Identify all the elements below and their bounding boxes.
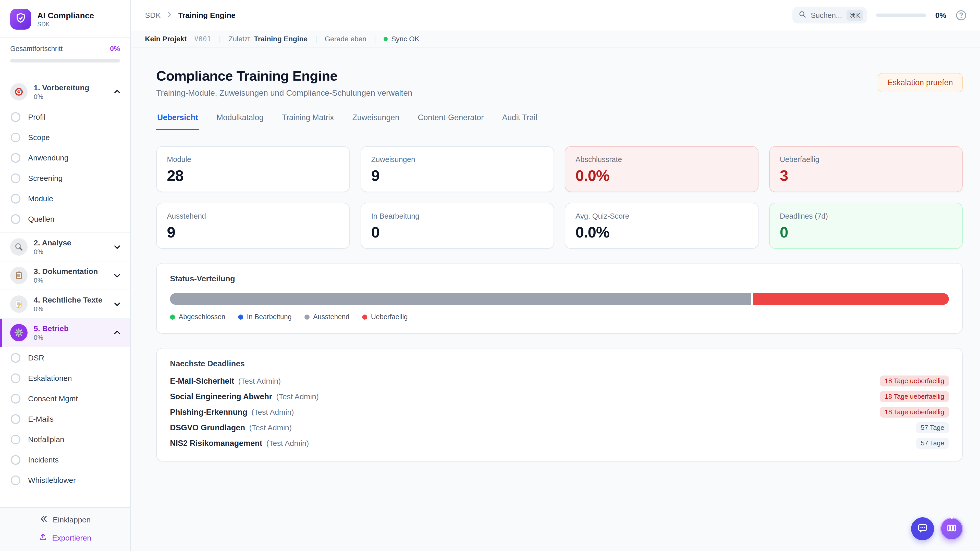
sidebar-item-label: Whistleblower bbox=[28, 476, 76, 485]
tab-zuweisungen[interactable]: Zuweisungen bbox=[352, 113, 401, 130]
deadline-assignee: (Test Admin) bbox=[249, 424, 292, 432]
collapse-sidebar-button[interactable]: Einklappen bbox=[40, 515, 91, 525]
deadline-assignee: (Test Admin) bbox=[251, 408, 294, 416]
blue-dot-icon bbox=[238, 314, 243, 320]
legend-label: Ueberfaellig bbox=[371, 313, 407, 321]
upload-icon bbox=[39, 533, 47, 543]
sidebar-section-betrieb[interactable]: 5. Betrieb 0% bbox=[0, 318, 130, 347]
sidebar-item-label: Module bbox=[28, 194, 53, 203]
sidebar-header: AI Compliance SDK bbox=[0, 0, 130, 37]
stat-card-in-bearbeitung: In Bearbeitung 0 bbox=[361, 203, 554, 249]
help-button[interactable] bbox=[956, 10, 967, 21]
gray-dot-icon bbox=[304, 314, 310, 320]
sidebar-item-consent-mgmt[interactable]: Consent Mgmt bbox=[0, 389, 130, 409]
check-escalation-button[interactable]: Eskalation pruefen bbox=[878, 73, 963, 92]
tab-bar: Uebersicht Modulkatalog Training Matrix … bbox=[156, 113, 963, 130]
legend-label: Ausstehend bbox=[313, 313, 350, 321]
stat-card-ueberfaellig: Ueberfaellig 3 bbox=[769, 146, 963, 192]
sidebar-item-eskalationen[interactable]: Eskalationen bbox=[0, 368, 130, 389]
sidebar-item-profil[interactable]: Profil bbox=[0, 107, 130, 127]
legend-in-bearbeitung: In Bearbeitung bbox=[238, 313, 292, 321]
sidebar-item-module[interactable]: Module bbox=[0, 189, 130, 209]
sidebar-item-quellen[interactable]: Quellen bbox=[0, 209, 130, 229]
chat-button[interactable] bbox=[911, 517, 934, 540]
sync-label: Sync OK bbox=[391, 35, 419, 43]
overall-progress-block: Gesamtfortschritt 0% bbox=[0, 37, 130, 72]
sidebar-item-scope[interactable]: Scope bbox=[0, 127, 130, 148]
stat-value: 9 bbox=[167, 224, 339, 241]
memo-icon bbox=[10, 295, 27, 313]
section-label: 4. Rechtliche Texte bbox=[34, 295, 107, 305]
section-progress: 0% bbox=[34, 305, 107, 313]
stat-card-module: Module 28 bbox=[156, 146, 350, 192]
search-icon bbox=[799, 11, 806, 20]
status-circle-icon bbox=[11, 475, 21, 485]
sidebar-item-label: Incidents bbox=[28, 456, 59, 464]
export-button[interactable]: Exportieren bbox=[39, 533, 91, 543]
status-circle-icon bbox=[11, 112, 21, 122]
export-label: Exportieren bbox=[52, 534, 91, 542]
topbar-controls: Suchen... ⌘K 0% bbox=[792, 7, 967, 24]
search-placeholder: Suchen... bbox=[811, 11, 842, 20]
status-circle-icon bbox=[11, 394, 21, 403]
tab-uebersicht[interactable]: Uebersicht bbox=[156, 113, 199, 130]
status-legend: Abgeschlossen In Bearbeitung Ausstehend … bbox=[170, 313, 949, 321]
section-label: 5. Betrieb bbox=[34, 324, 107, 333]
tab-content-generator[interactable]: Content-Generator bbox=[417, 113, 485, 130]
last-module: Zuletzt: Training Engine bbox=[228, 35, 307, 43]
separator: | bbox=[219, 35, 221, 43]
legend-ueberfaellig: Ueberfaellig bbox=[362, 313, 407, 321]
page-content: Compliance Training Engine Training-Modu… bbox=[130, 48, 980, 551]
collapse-label: Einklappen bbox=[53, 516, 91, 524]
stat-value: 3 bbox=[780, 167, 952, 184]
separator: | bbox=[315, 35, 317, 43]
double-chevron-left-icon bbox=[40, 515, 48, 525]
floating-buttons bbox=[911, 517, 963, 540]
stat-card-zuweisungen: Zuweisungen 9 bbox=[361, 146, 554, 192]
deadline-name: E-Mail-Sicherheit bbox=[170, 376, 234, 386]
tab-audit-trail[interactable]: Audit Trail bbox=[501, 113, 538, 130]
breadcrumb-root[interactable]: SDK bbox=[145, 11, 161, 20]
search-input[interactable]: Suchen... ⌘K bbox=[792, 7, 867, 24]
stat-value: 9 bbox=[371, 167, 544, 184]
status-circle-icon bbox=[11, 353, 21, 363]
header-progress-value: 0% bbox=[935, 11, 946, 20]
chevron-down-icon bbox=[113, 300, 121, 308]
panel-title: Naechste Deadlines bbox=[170, 359, 949, 368]
sidebar-item-screening[interactable]: Screening bbox=[0, 168, 130, 189]
stat-value: 0.0% bbox=[576, 167, 748, 184]
status-distribution-bar bbox=[170, 293, 949, 305]
sidebar-section-rechtliche-texte[interactable]: 4. Rechtliche Texte 0% bbox=[0, 289, 130, 318]
sidebar-item-e-mails[interactable]: E-Mails bbox=[0, 409, 130, 429]
deadline-row: Social Engineering Abwehr (Test Admin) 1… bbox=[170, 391, 949, 402]
sidebar-section-dokumentation[interactable]: 3. Dokumentation 0% bbox=[0, 261, 130, 289]
deadline-badge: 18 Tage ueberfaellig bbox=[880, 407, 949, 418]
chat-bubble-icon bbox=[917, 522, 928, 535]
legend-label: In Bearbeitung bbox=[247, 313, 292, 321]
sidebar-item-label: DSR bbox=[28, 354, 44, 362]
sidebar-item-anwendung[interactable]: Anwendung bbox=[0, 148, 130, 168]
sidebar-item-notfallplan[interactable]: Notfallplan bbox=[0, 429, 130, 450]
status-circle-icon bbox=[11, 133, 21, 142]
sidebar: AI Compliance SDK Gesamtfortschritt 0% bbox=[0, 0, 130, 551]
separator: | bbox=[374, 35, 376, 43]
section-items-vorbereitung: Profil Scope Anwendung Screening Module … bbox=[0, 106, 130, 232]
stat-label: Abschlussrate bbox=[576, 156, 748, 164]
kanban-board-button[interactable] bbox=[940, 517, 963, 540]
sidebar-item-incidents[interactable]: Incidents bbox=[0, 450, 130, 470]
sidebar-section-analyse[interactable]: 2. Analyse 0% bbox=[0, 232, 130, 261]
sidebar-item-whistleblower[interactable]: Whistleblower bbox=[0, 470, 130, 491]
chevron-up-icon bbox=[113, 329, 121, 337]
topbar: SDK Training Engine Suchen... ⌘K 0% bbox=[130, 0, 980, 30]
status-circle-icon bbox=[11, 455, 21, 465]
deadline-name: Social Engineering Abwehr bbox=[170, 392, 272, 401]
deadlines-panel: Naechste Deadlines E-Mail-Sicherheit (Te… bbox=[156, 348, 963, 462]
red-dot-icon bbox=[362, 314, 367, 320]
kanban-columns-icon bbox=[946, 523, 957, 535]
tab-training-matrix[interactable]: Training Matrix bbox=[281, 113, 335, 130]
sidebar-item-dsr[interactable]: DSR bbox=[0, 348, 130, 368]
sidebar-section-vorbereitung[interactable]: 1. Vorbereitung 0% bbox=[0, 78, 130, 106]
tab-modulkatalog[interactable]: Modulkatalog bbox=[215, 113, 264, 130]
sidebar-item-label: Anwendung bbox=[28, 154, 68, 162]
deadline-assignee: (Test Admin) bbox=[276, 392, 319, 401]
